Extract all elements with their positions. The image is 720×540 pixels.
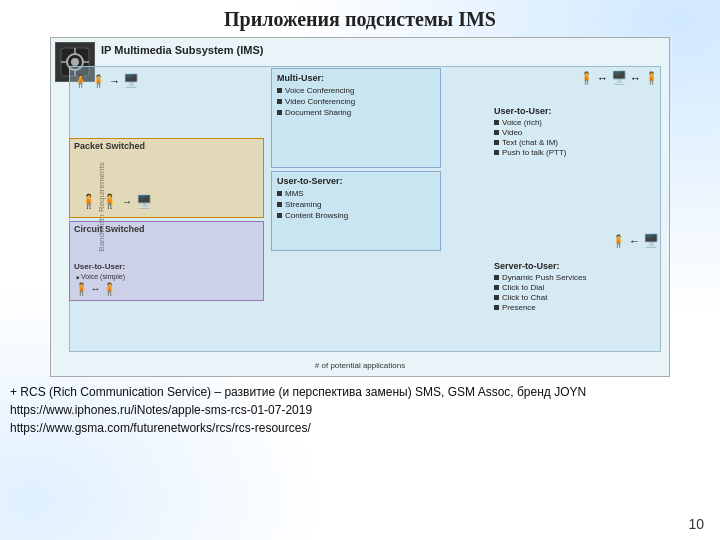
bullet-voice-simple: ■: [76, 274, 79, 280]
right-bottom-figures: 🧍 ← 🖥️: [611, 233, 659, 248]
person-icon-1: 🧍: [80, 193, 97, 209]
s2u-item-2: Click to Chat: [502, 293, 547, 302]
user-to-server-item-0: MMS: [285, 189, 304, 198]
person-circuit-2: 🧍: [102, 282, 117, 296]
packet-switched-section: Packet Switched 🧍 🧍 → 🖥️: [69, 138, 264, 218]
s2u-item-1: Click to Dial: [502, 283, 544, 292]
u2u-item-3: Push to talk (PTT): [502, 148, 566, 157]
multi-user-box: Multi-User: Voice Conferencing Video Con…: [271, 68, 441, 168]
top-left-figures: 🧍 🧍 → 🖥️: [73, 73, 139, 88]
user-to-server-box: User-to-Server: MMS Streaming Content Br…: [271, 171, 441, 251]
multi-user-item-0: Voice Conferencing: [285, 86, 354, 95]
svg-point-2: [71, 58, 79, 66]
circuit-switched-label: Circuit Switched: [74, 224, 145, 234]
server-to-user-box: Server-to-User: Dynamic Push Services Cl…: [489, 258, 659, 316]
diagram-title: IP Multimedia Subsystem (IMS): [101, 44, 263, 56]
bottom-line-3: https://www.gsma.com/futurenetworks/rcs/…: [10, 419, 710, 437]
server-to-user-title: Server-to-User:: [494, 261, 654, 271]
s2u-item-0: Dynamic Push Services: [502, 273, 586, 282]
voice-simple-text: Voice (simple): [81, 273, 125, 280]
arrow-icon-1: →: [122, 196, 132, 207]
bottom-line-1: + RCS (Rich Communication Service) – раз…: [10, 383, 710, 401]
server-icon-1: 🖥️: [136, 194, 152, 209]
s2u-item-3: Presence: [502, 303, 536, 312]
user-to-server-item-1: Streaming: [285, 200, 321, 209]
user-to-user-box: User-to-User: Voice (rich) Video Text (c…: [489, 103, 659, 161]
bottom-text-container: + RCS (Rich Communication Service) – раз…: [10, 383, 710, 437]
arrow-circuit: ↔: [91, 284, 100, 294]
u2u-item-0: Voice (rich): [502, 118, 542, 127]
bottom-line-2: https://www.iphones.ru/iNotes/apple-sms-…: [10, 401, 710, 419]
page-title: Приложения подсистемы IMS: [224, 8, 496, 31]
right-top-figures: 🧍 ↔ 🖥️ ↔ 🧍: [579, 70, 659, 85]
circuit-user-label: User-to-User:: [74, 262, 125, 271]
person-circuit-1: 🧍: [74, 282, 89, 296]
user-to-server-title: User-to-Server:: [277, 176, 435, 186]
x-axis-label: # of potential applications: [315, 361, 405, 370]
user-to-user-title: User-to-User:: [494, 106, 654, 116]
page-number: 10: [688, 516, 704, 532]
u2u-item-1: Video: [502, 128, 522, 137]
person-icon-2: 🧍: [101, 193, 118, 209]
multi-user-item-1: Video Conferencing: [285, 97, 355, 106]
multi-user-title: Multi-User:: [277, 73, 435, 83]
user-to-server-item-2: Content Browsing: [285, 211, 348, 220]
circuit-switched-section: Circuit Switched User-to-User: ■ Voice (…: [69, 221, 264, 301]
multi-user-item-2: Document Sharing: [285, 108, 351, 117]
diagram-container: IP Multimedia Subsystem (IMS) Bandwidth …: [50, 37, 670, 377]
u2u-item-2: Text (chat & IM): [502, 138, 558, 147]
packet-switched-label: Packet Switched: [74, 141, 145, 151]
